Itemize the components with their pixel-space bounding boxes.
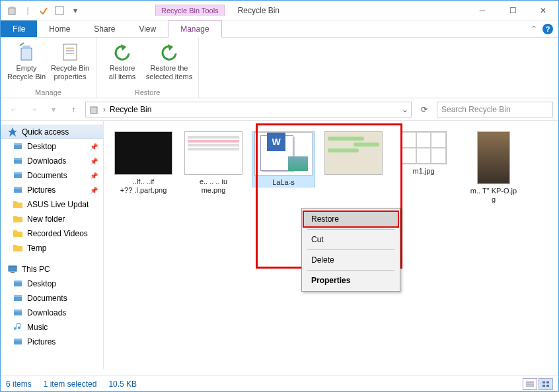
qat-item[interactable] xyxy=(36,3,51,18)
svg-rect-32 xyxy=(546,381,549,383)
svg-rect-31 xyxy=(542,381,545,383)
window-controls: ─ ☐ ✕ xyxy=(467,1,558,20)
recycle-bin-icon xyxy=(89,104,99,115)
svg-rect-23 xyxy=(14,295,22,297)
file-item[interactable]: e.. .. .. iu me.png xyxy=(182,131,245,195)
sidebar-item[interactable]: ASUS Live Updat xyxy=(1,197,103,212)
separator xyxy=(307,249,394,250)
context-menu-item[interactable]: Cut xyxy=(303,232,398,247)
quick-access-toolbar: | ▾ xyxy=(1,3,83,18)
address-dropdown[interactable]: ⌄ xyxy=(402,105,408,114)
close-button[interactable]: ✕ xyxy=(528,1,558,20)
qat-dropdown[interactable]: ▾ xyxy=(68,3,83,18)
sidebar-item[interactable]: Temp xyxy=(1,241,103,255)
breadcrumb[interactable]: Recycle Bin xyxy=(110,105,151,114)
qat-divider: | xyxy=(20,3,35,18)
restore-all-button[interactable]: Restore all items xyxy=(102,40,143,87)
sidebar-item[interactable]: Pictures xyxy=(1,335,103,349)
separator xyxy=(307,270,394,271)
recent-dropdown[interactable]: ▾ xyxy=(46,102,61,117)
context-menu-item[interactable]: Delete xyxy=(303,252,398,268)
status-size: 10.5 KB xyxy=(108,379,137,389)
refresh-button[interactable]: ⟳ xyxy=(416,102,433,117)
svg-rect-0 xyxy=(9,8,15,15)
svg-rect-15 xyxy=(14,172,22,174)
file-item[interactable]: WLaLa-s xyxy=(252,131,315,187)
sidebar-quick-access[interactable]: Quick access xyxy=(1,125,103,139)
svg-rect-21 xyxy=(14,280,22,282)
details-view-button[interactable] xyxy=(523,378,537,390)
context-menu: RestoreCutDeleteProperties xyxy=(301,208,400,292)
svg-rect-34 xyxy=(546,385,549,387)
forward-button[interactable]: → xyxy=(26,102,42,117)
sidebar-item[interactable]: New folder xyxy=(1,212,103,226)
svg-rect-33 xyxy=(542,385,545,387)
icons-view-button[interactable] xyxy=(539,378,553,390)
svg-rect-18 xyxy=(9,266,17,271)
svg-rect-3 xyxy=(21,48,32,60)
window-title: Recycle Bin xyxy=(238,6,280,15)
file-item[interactable]: ..lf.. ..if +?? .l.part.png xyxy=(112,131,175,195)
sidebar-item[interactable]: Desktop📌 xyxy=(1,139,103,154)
pin-icon: 📌 xyxy=(90,172,98,180)
svg-rect-5 xyxy=(63,44,77,60)
recycle-bin-icon[interactable] xyxy=(5,3,19,18)
pin-icon: 📌 xyxy=(90,143,98,150)
context-menu-item[interactable]: Restore xyxy=(303,211,398,227)
svg-rect-2 xyxy=(56,7,63,15)
address-bar: ← → ▾ ↑ › Recycle Bin ⌄ ⟳ Search Recycle… xyxy=(1,98,558,121)
recycle-bin-properties-button[interactable]: Recycle Bin properties xyxy=(50,40,91,87)
status-item-count: 6 items xyxy=(6,379,32,389)
home-tab[interactable]: Home xyxy=(37,20,82,37)
ribbon-group-restore: Restore all items Restore the selected i… xyxy=(96,38,199,98)
ribbon-tabs: File Home Share View Manage ⌃ ? xyxy=(1,20,558,38)
file-item[interactable]: m.. T" KP-O.jp g xyxy=(462,131,525,204)
status-bar: 6 items 1 item selected 10.5 KB xyxy=(1,376,558,391)
sidebar-this-pc[interactable]: This PC xyxy=(1,262,103,277)
context-menu-item[interactable]: Properties xyxy=(303,273,398,288)
svg-rect-27 xyxy=(14,339,22,341)
sidebar-item[interactable]: Downloads xyxy=(1,306,103,320)
view-tab[interactable]: View xyxy=(127,20,168,37)
svg-rect-1 xyxy=(10,7,14,9)
up-button[interactable]: ↑ xyxy=(65,102,81,117)
file-tab[interactable]: File xyxy=(1,20,37,37)
ribbon-group-manage: Empty Recycle Bin Recycle Bin properties… xyxy=(1,38,96,98)
contextual-tab-label: Recycle Bin Tools xyxy=(155,5,225,16)
navigation-pane[interactable]: Quick access Desktop📌Downloads📌Documents… xyxy=(1,121,104,369)
svg-rect-13 xyxy=(14,158,22,160)
sidebar-item[interactable]: Documents xyxy=(1,291,103,306)
manage-tab[interactable]: Manage xyxy=(168,20,221,38)
help-icon[interactable]: ? xyxy=(542,24,553,34)
file-item[interactable] xyxy=(322,131,385,178)
ribbon: Empty Recycle Bin Recycle Bin properties… xyxy=(1,38,558,98)
chevron-right-icon[interactable]: › xyxy=(103,105,106,114)
svg-rect-25 xyxy=(14,310,22,311)
empty-recycle-bin-button[interactable]: Empty Recycle Bin xyxy=(6,40,47,87)
qat-item[interactable] xyxy=(52,3,67,18)
collapse-ribbon-icon[interactable]: ⌃ xyxy=(531,24,537,34)
sidebar-item[interactable]: Music xyxy=(1,320,103,335)
maximize-button[interactable]: ☐ xyxy=(498,1,528,20)
back-button[interactable]: ← xyxy=(6,102,22,117)
sidebar-item[interactable]: Pictures📌 xyxy=(1,183,103,197)
pin-icon: 📌 xyxy=(90,158,98,165)
svg-rect-4 xyxy=(22,46,30,49)
address-box[interactable]: › Recycle Bin ⌄ xyxy=(85,102,412,117)
file-item[interactable]: m1.jpg xyxy=(392,131,455,176)
svg-rect-19 xyxy=(11,272,15,273)
sidebar-item[interactable]: Recorded Videos xyxy=(1,226,103,241)
restore-selected-button[interactable]: Restore the selected items xyxy=(145,40,193,87)
minimize-button[interactable]: ─ xyxy=(467,1,498,20)
titlebar: | ▾ Recycle Bin Tools Recycle Bin ─ ☐ ✕ xyxy=(1,1,558,20)
sidebar-item[interactable]: Desktop xyxy=(1,277,103,291)
search-input[interactable]: Search Recycle Bin xyxy=(437,102,553,117)
pin-icon: 📌 xyxy=(90,187,98,194)
svg-rect-9 xyxy=(91,107,97,114)
separator xyxy=(307,229,394,230)
svg-rect-17 xyxy=(14,187,22,189)
main-area: Quick access Desktop📌Downloads📌Documents… xyxy=(1,121,558,369)
share-tab[interactable]: Share xyxy=(82,20,127,37)
sidebar-item[interactable]: Documents📌 xyxy=(1,168,103,183)
sidebar-item[interactable]: Downloads📌 xyxy=(1,154,103,168)
